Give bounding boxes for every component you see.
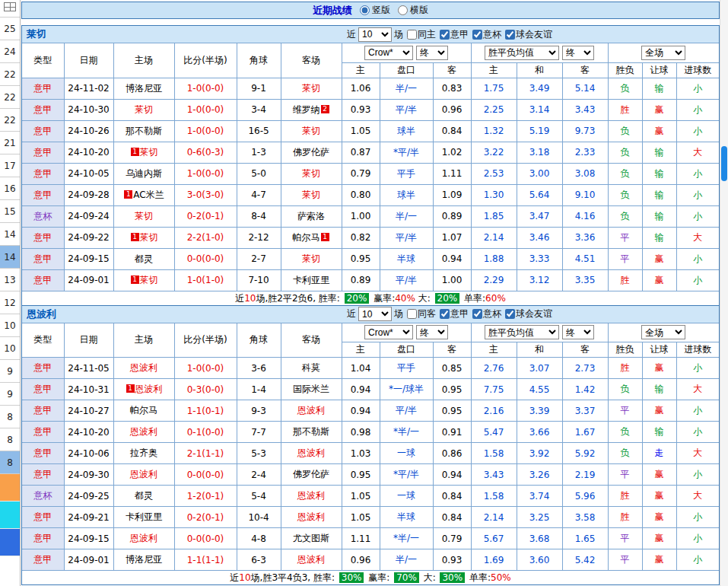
italy-cup-checkbox[interactable]: 意杯 [472,307,501,320]
home-team-name: 莱切 [135,211,153,221]
same-venue-checkbox[interactable]: 同主 [407,28,436,41]
result-cell: 平 [608,549,642,571]
handicap-cell: *平/半 [380,142,433,163]
let-result-cell: 输 [642,205,676,227]
avg-draw-cell: 3.46 [517,227,562,248]
result-cell: 负 [608,422,642,443]
avg-away-cell: 3.37 [562,400,608,422]
away-team-cell: 莱切 [281,78,342,99]
serie-a-checkbox-input[interactable] [440,30,450,40]
home-odds-cell: 1.05 [342,486,380,507]
avg-stage-select[interactable]: 终 [562,46,594,60]
panel-title: 近期战绩 [313,4,352,18]
serie-a-checkbox-input[interactable] [440,309,450,319]
rank-number-cell: 24 [0,40,20,63]
let-result-cell: 赢 [642,486,676,507]
vertical-radio-input[interactable] [360,5,370,15]
home-odds-cell: 0.94 [342,379,380,400]
result-cell: 负 [608,379,642,400]
match-count-select[interactable]: 10 [358,307,392,321]
rank-number-cell: 17 [0,154,20,177]
match-row: 意甲24-09-011莱切1-0(1-0)7-10卡利亚里0.89平/半1.00… [22,269,719,291]
away-team-name: 萨索洛 [297,211,325,221]
away-team-cell: 莱切 [281,184,342,205]
avg-dropdowns-cell: 胜平负均值 终 [471,323,608,342]
col-header-avg-away: 客 [562,342,608,358]
score-cell: 0-0(0-0) [174,248,237,269]
scrollbar-track[interactable] [720,0,728,586]
home-team-cell: 1莱切 [113,269,174,291]
red-card-badge: 1 [126,384,135,393]
match-type-cell: 意甲 [22,528,64,549]
match-count-select[interactable]: 10 [358,27,392,42]
avg-away-cell: 4.51 [562,248,608,269]
layout-horizontal-option[interactable]: 横版 [398,4,428,17]
home-team-cell: 莱切 [113,99,174,120]
away-odds-cell: 0.89 [433,205,471,227]
match-row: 意甲24-10-06拉齐奥2-1(1-1)5-3恩波利1.03一球0.861.5… [22,443,719,464]
odds-company-select[interactable]: Crow* [364,46,413,60]
avg-type-select[interactable]: 胜平负均值 [485,325,559,339]
team-section-away: 恩波利 近 10 场 同客 意甲 意杯 球会友谊 类型 [21,306,720,586]
score-cell: 0-0(0-0) [174,464,237,486]
scrollbar-thumb[interactable] [721,146,727,181]
handicap-cell: 半/一 [380,549,433,571]
rank-number-cell: 14 [0,246,20,269]
horizontal-radio-input[interactable] [398,5,408,15]
away-odds-cell: 0.84 [433,507,471,528]
goals-cell: 小 [676,205,719,227]
away-odds-cell: 0.95 [433,379,471,400]
same-venue-checkbox[interactable]: 同客 [407,307,436,320]
home-team-name: 莱切 [140,275,158,285]
away-odds-cell: 0.85 [433,358,471,379]
avg-home-cell: 2.53 [471,163,517,184]
avg-draw-cell: 3.25 [517,507,562,528]
club-friendly-checkbox[interactable]: 球会友谊 [505,307,552,320]
scope-select[interactable]: 全场 [641,46,685,60]
let-result-cell: 赢 [642,464,676,486]
match-date-cell: 24-09-30 [64,464,113,486]
rank-number-cell: 25 [0,18,20,40]
scope-select[interactable]: 全场 [641,325,685,339]
home-team-cell: 帕尔马 [113,400,174,422]
club-friendly-checkbox[interactable]: 球会友谊 [505,28,552,41]
mini-grid-icon [0,2,20,18]
let-result-cell: 输 [642,422,676,443]
odds-stage-select[interactable]: 终 [416,325,448,339]
serie-a-label: 意甲 [450,307,469,320]
same-venue-label: 同客 [418,307,436,320]
avg-stage-select[interactable]: 终 [562,325,594,339]
rank-number-cell: 8 [0,406,20,428]
odds-stage-select[interactable]: 终 [416,46,448,60]
club-friendly-checkbox-input[interactable] [505,30,515,40]
italy-cup-checkbox-input[interactable] [472,309,482,319]
match-type-cell: 意甲 [22,142,64,163]
handicap-cell: 平手 [380,358,433,379]
home-odds-cell: 0.82 [342,227,380,248]
red-card-badge: 1 [131,275,139,284]
corner-cell: 16-5 [237,120,281,142]
avg-type-select[interactable]: 胜平负均值 [485,46,559,60]
same-venue-checkbox-input[interactable] [407,30,417,40]
layout-vertical-option[interactable]: 竖版 [360,4,390,17]
score-cell: 0-1(0-0) [174,422,237,443]
summary-segment: 30% [339,572,364,583]
club-friendly-checkbox-input[interactable] [505,309,515,319]
home-team-name: 恩波利 [130,362,157,373]
italy-cup-checkbox[interactable]: 意杯 [472,28,501,41]
avg-home-cell: 2.14 [471,507,517,528]
serie-a-checkbox[interactable]: 意甲 [440,28,469,41]
score-cell: 1-0(0-0) [174,99,237,120]
rank-number-cell: 13 [0,269,20,291]
home-team-name: 莱切 [135,104,153,115]
result-cell: 平 [608,248,642,269]
same-venue-checkbox-input[interactable] [407,309,417,319]
home-team-name: 莱切 [140,232,158,243]
serie-a-checkbox[interactable]: 意甲 [440,307,469,320]
col-header-avg-away: 客 [562,62,608,78]
italy-cup-checkbox-input[interactable] [472,30,482,40]
col-header-let: 让球 [642,62,676,78]
odds-company-select[interactable]: Crow* [364,325,413,339]
away-odds-cell: 0.94 [433,464,471,486]
summary-segment: 20% [345,293,370,304]
